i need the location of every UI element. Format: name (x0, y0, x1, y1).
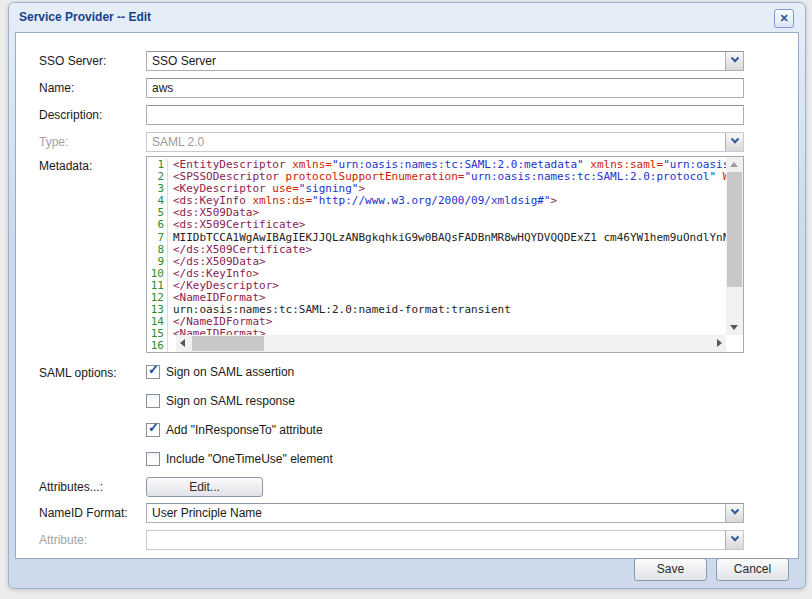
description-field[interactable] (146, 105, 744, 125)
scroll-down-icon[interactable] (730, 325, 738, 330)
checkbox-unchecked-icon[interactable] (146, 452, 160, 466)
line-number: 8 (147, 244, 168, 256)
edit-attributes-button[interactable]: Edit... (146, 477, 263, 497)
vertical-scrollbar[interactable] (726, 157, 743, 335)
service-provider-edit-dialog: Service Provider -- Edit ✕ SSO Server: S… (8, 2, 806, 589)
checkbox-label: Add "InResponseTo" attribute (166, 423, 323, 437)
dialog-titlebar[interactable]: Service Provider -- Edit ✕ (9, 3, 805, 31)
dialog-footer: Save Cancel (634, 558, 789, 581)
type-label: Type: (39, 135, 68, 149)
chevron-down-icon (730, 135, 738, 143)
close-icon[interactable]: ✕ (774, 9, 794, 28)
metadata-label: Metadata: (39, 159, 92, 173)
cancel-button[interactable]: Cancel (716, 558, 789, 581)
checkbox-checked-icon[interactable]: ✓ (146, 365, 160, 379)
vertical-scroll-thumb[interactable] (727, 172, 742, 287)
saml-options-label: SAML options: (39, 366, 117, 380)
metadata-editor[interactable]: 1<EntityDescriptor xmlns="urn:oasis:name… (146, 156, 744, 353)
line-number: 7 (147, 232, 168, 244)
scrollbar-corner (726, 335, 743, 352)
attribute-label: Attribute: (39, 533, 87, 547)
check-mark-icon: ✓ (148, 363, 159, 377)
scroll-right-icon[interactable] (717, 339, 722, 347)
sso-server-combobox[interactable]: SSO Server (146, 51, 744, 71)
checkbox-label: Sign on SAML response (166, 394, 295, 408)
scroll-up-icon[interactable] (730, 162, 738, 167)
attribute-combobox (146, 530, 744, 550)
type-value: SAML 2.0 (152, 135, 721, 150)
line-number: 6 (147, 219, 168, 231)
chevron-down-icon (730, 54, 738, 62)
horizontal-scroll-thumb[interactable] (192, 336, 264, 351)
nameid-format-dropdown-trigger[interactable] (725, 504, 743, 522)
checkbox-checked-icon[interactable]: ✓ (146, 423, 160, 437)
scroll-left-icon[interactable] (180, 339, 185, 347)
save-button[interactable]: Save (634, 558, 707, 581)
checkbox-label: Sign on SAML assertion (166, 365, 294, 379)
saml-option-row: ✓Sign on SAML assertion (146, 364, 333, 379)
checkbox-label: Include "OneTimeUse" element (166, 452, 333, 466)
sso-server-value: SSO Server (152, 54, 721, 69)
nameid-format-combobox[interactable]: User Principle Name (146, 503, 744, 523)
nameid-format-label: NameID Format: (39, 506, 128, 520)
saml-options-list: ✓Sign on SAML assertionSign on SAML resp… (146, 364, 333, 480)
description-label: Description: (39, 108, 102, 122)
name-label: Name: (39, 81, 74, 95)
chevron-down-icon (730, 506, 738, 514)
chevron-down-icon (730, 533, 738, 541)
nameid-format-value: User Principle Name (152, 506, 721, 521)
saml-option-row: Sign on SAML response (146, 393, 333, 408)
checkbox-unchecked-icon[interactable] (146, 394, 160, 408)
name-field[interactable] (146, 78, 744, 98)
attribute-dropdown-trigger (725, 531, 743, 549)
dialog-title: Service Provider -- Edit (19, 10, 151, 24)
sso-server-dropdown-trigger[interactable] (725, 52, 743, 70)
saml-option-row: Include "OneTimeUse" element (146, 451, 333, 466)
type-dropdown-trigger (725, 133, 743, 151)
line-number: 16 (147, 340, 168, 352)
attributes-label: Attributes...: (39, 480, 103, 494)
saml-option-row: ✓Add "InResponseTo" attribute (146, 422, 333, 437)
metadata-editor-lines: 1<EntityDescriptor xmlns="urn:oasis:name… (147, 159, 743, 353)
type-combobox: SAML 2.0 (146, 132, 744, 152)
horizontal-scrollbar[interactable] (176, 335, 726, 352)
form-panel: SSO Server: SSO Server Name: Description… (15, 32, 799, 559)
check-mark-icon: ✓ (148, 421, 159, 435)
sso-server-label: SSO Server: (39, 54, 106, 68)
